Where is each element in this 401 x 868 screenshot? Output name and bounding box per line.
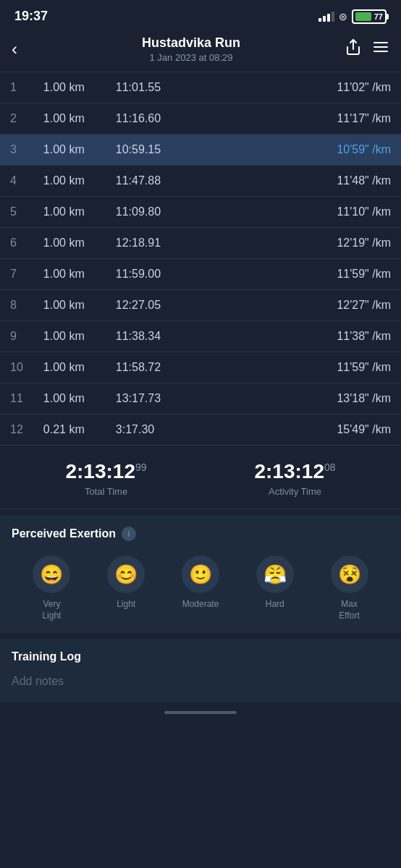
lap-number: 12 [0, 414, 33, 446]
lap-time: 12:18.91 [106, 228, 193, 259]
lap-pace: 13'18" /km [193, 383, 401, 414]
exertion-label: MaxEffort [339, 599, 359, 621]
lap-distance: 1.00 km [33, 72, 106, 103]
lap-distance: 1.00 km [33, 383, 106, 414]
table-row: 1 1.00 km 11:01.55 11'02" /km [0, 72, 401, 103]
lap-pace: 11'17" /km [193, 103, 401, 135]
activity-date: 1 Jan 2023 at 08:29 [38, 52, 345, 63]
exertion-item[interactable]: 😤 Hard [237, 556, 312, 610]
lap-number: 6 [0, 228, 33, 259]
table-row: 7 1.00 km 11:59.00 11'59" /km [0, 259, 401, 290]
table-row: 11 1.00 km 13:17.73 13'18" /km [0, 383, 401, 414]
lap-pace: 12'19" /km [193, 228, 401, 259]
bottom-indicator [0, 702, 401, 723]
lap-distance: 0.21 km [33, 414, 106, 446]
lap-number: 1 [0, 72, 33, 103]
lap-time: 11:38.34 [106, 321, 193, 352]
status-bar: 19:37 ⊜ 77 [0, 0, 401, 30]
activity-title: Hustadvika Run [38, 35, 345, 51]
exertion-item[interactable]: 😵 MaxEffort [312, 556, 387, 621]
table-row: 2 1.00 km 11:16.60 11'17" /km [0, 103, 401, 135]
lap-distance: 1.00 km [33, 352, 106, 383]
lap-pace: 11'48" /km [193, 166, 401, 197]
exertion-label: Hard [266, 599, 284, 610]
lap-number: 10 [0, 352, 33, 383]
lap-number: 11 [0, 383, 33, 414]
lap-time: 11:59.00 [106, 259, 193, 290]
lap-number: 4 [0, 166, 33, 197]
lap-time: 11:58.72 [106, 352, 193, 383]
header: ‹ Hustadvika Run 1 Jan 2023 at 08:29 [0, 30, 401, 72]
perceived-exertion-title: Perceived Exertion [12, 527, 116, 540]
total-time-item: 2:13:1299 Total Time [65, 460, 146, 497]
lap-time: 11:47.88 [106, 166, 193, 197]
exertion-face-icon: 😤 [256, 556, 294, 593]
lap-distance: 1.00 km [33, 259, 106, 290]
table-row: 9 1.00 km 11:38.34 11'38" /km [0, 321, 401, 352]
lap-number: 7 [0, 259, 33, 290]
lap-distance: 1.00 km [33, 166, 106, 197]
share-button[interactable] [345, 38, 362, 60]
lap-distance: 1.00 km [33, 197, 106, 228]
status-time: 19:37 [14, 9, 48, 24]
lap-distance: 1.00 km [33, 103, 106, 135]
lap-pace: 11'10" /km [193, 197, 401, 228]
exertion-item[interactable]: 🙂 Moderate [164, 556, 238, 610]
lap-pace: 10'59" /km [193, 135, 401, 166]
lap-distance: 1.00 km [33, 321, 106, 352]
activity-time-value: 2:13:1208 [254, 460, 335, 483]
notes-input[interactable] [12, 672, 389, 691]
header-title-group: Hustadvika Run 1 Jan 2023 at 08:29 [38, 35, 345, 63]
laps-table: 1 1.00 km 11:01.55 11'02" /km 2 1.00 km … [0, 72, 401, 446]
table-row: 12 0.21 km 3:17.30 15'49" /km [0, 414, 401, 446]
battery-icon: 77 [352, 9, 387, 24]
lap-pace: 15'49" /km [193, 414, 401, 446]
info-icon[interactable]: i [122, 527, 136, 541]
back-button[interactable]: ‹ [12, 39, 38, 59]
totals-section: 2:13:1299 Total Time 2:13:1208 Activity … [0, 446, 401, 509]
status-icons: ⊜ 77 [318, 9, 387, 24]
header-actions [345, 38, 389, 60]
exertion-face-icon: 😊 [107, 556, 145, 593]
lap-time: 11:09.80 [106, 197, 193, 228]
activity-time-item: 2:13:1208 Activity Time [254, 460, 335, 497]
exertion-row: 😄 VeryLight 😊 Light 🙂 Moderate 😤 Hard 😵 … [12, 556, 389, 621]
total-time-value: 2:13:1299 [65, 460, 146, 483]
exertion-item[interactable]: 😊 Light [89, 556, 164, 610]
exertion-item[interactable]: 😄 VeryLight [14, 556, 89, 621]
home-indicator [164, 711, 237, 714]
lap-pace: 11'38" /km [193, 321, 401, 352]
lap-pace: 11'59" /km [193, 352, 401, 383]
table-row: 10 1.00 km 11:58.72 11'59" /km [0, 352, 401, 383]
table-row: 4 1.00 km 11:47.88 11'48" /km [0, 166, 401, 197]
lap-pace: 11'02" /km [193, 72, 401, 103]
exertion-face-icon: 🙂 [182, 556, 219, 593]
table-row: 6 1.00 km 12:18.91 12'19" /km [0, 228, 401, 259]
lap-number: 5 [0, 197, 33, 228]
lap-number: 2 [0, 103, 33, 135]
training-log-section: Training Log [0, 639, 401, 702]
table-row: 5 1.00 km 11:09.80 11'10" /km [0, 197, 401, 228]
lap-number: 8 [0, 290, 33, 321]
lap-time: 10:59.15 [106, 135, 193, 166]
lap-distance: 1.00 km [33, 290, 106, 321]
total-time-label: Total Time [65, 486, 146, 497]
activity-time-label: Activity Time [254, 486, 335, 497]
wifi-icon: ⊜ [339, 11, 347, 22]
lap-pace: 12'27" /km [193, 290, 401, 321]
exertion-label: Light [117, 599, 135, 610]
exertion-label: Moderate [182, 599, 219, 610]
lap-time: 11:01.55 [106, 72, 193, 103]
exertion-label: VeryLight [42, 599, 61, 621]
perceived-exertion-section: Perceived Exertion i 😄 VeryLight 😊 Light… [0, 515, 401, 633]
perceived-exertion-header: Perceived Exertion i [12, 527, 389, 541]
lap-time: 3:17.30 [106, 414, 193, 446]
training-log-title: Training Log [12, 650, 389, 663]
lap-number: 3 [0, 135, 33, 166]
menu-button[interactable] [372, 38, 389, 60]
lap-time: 11:16.60 [106, 103, 193, 135]
lap-time: 13:17.73 [106, 383, 193, 414]
lap-distance: 1.00 km [33, 228, 106, 259]
table-row: 8 1.00 km 12:27.05 12'27" /km [0, 290, 401, 321]
table-row: 3 1.00 km 10:59.15 10'59" /km [0, 135, 401, 166]
